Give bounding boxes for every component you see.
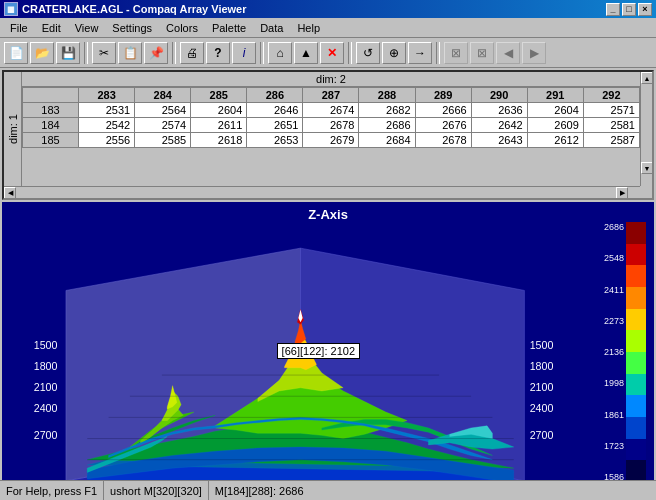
cell-183-286[interactable]: 2646 — [247, 103, 303, 118]
cell-184-283[interactable]: 2542 — [79, 118, 135, 133]
cell-185-286[interactable]: 2653 — [247, 133, 303, 148]
menu-colors[interactable]: Colors — [160, 20, 204, 36]
cell-183-292[interactable]: 2571 — [583, 103, 639, 118]
cell-184-286[interactable]: 2651 — [247, 118, 303, 133]
app-icon: ▦ — [4, 2, 18, 16]
col-286: 286 — [247, 88, 303, 103]
cell-184-292[interactable]: 2581 — [583, 118, 639, 133]
disabled-1: ⊠ — [444, 42, 468, 64]
info-button[interactable]: i — [232, 42, 256, 64]
row-183-label: 183 — [23, 103, 79, 118]
stop-button[interactable]: ✕ — [320, 42, 344, 64]
cell-185-292[interactable]: 2587 — [583, 133, 639, 148]
cell-183-289[interactable]: 2666 — [415, 103, 471, 118]
y-axis-right-1800: 1800 — [530, 360, 554, 372]
table-row: 184 2542 2574 2611 2651 2678 2686 2676 2… — [23, 118, 640, 133]
print-button[interactable]: 🖨 — [180, 42, 204, 64]
maximize-button[interactable]: □ — [622, 3, 636, 16]
close-button[interactable]: × — [638, 3, 652, 16]
minimize-button[interactable]: _ — [606, 3, 620, 16]
vertical-scrollbar[interactable]: ▲ ▼ — [640, 72, 652, 186]
window-title: CRATERLAKE.AGL - Compaq Array Viewer — [22, 3, 247, 15]
menu-file[interactable]: File — [4, 20, 34, 36]
cell-184-288[interactable]: 2686 — [359, 118, 415, 133]
toolbar-separator-3 — [260, 42, 264, 64]
cell-184-289[interactable]: 2676 — [415, 118, 471, 133]
arrow-button[interactable]: → — [408, 42, 432, 64]
rotate-button[interactable]: ↺ — [356, 42, 380, 64]
up-button[interactable]: ▲ — [294, 42, 318, 64]
col-290: 290 — [471, 88, 527, 103]
title-bar-left: ▦ CRATERLAKE.AGL - Compaq Array Viewer — [4, 2, 247, 16]
corner-cell — [23, 88, 79, 103]
title-bar-buttons[interactable]: _ □ × — [606, 3, 652, 16]
menu-data[interactable]: Data — [254, 20, 289, 36]
toolbar-separator-4 — [348, 42, 352, 64]
table-row: 185 2556 2585 2618 2653 2679 2684 2678 2… — [23, 133, 640, 148]
y-axis-2400: 2400 — [34, 402, 58, 414]
scale-label-2411: 2411 — [604, 285, 624, 295]
cell-184-290[interactable]: 2642 — [471, 118, 527, 133]
scroll-down-button[interactable]: ▼ — [641, 162, 653, 174]
col-292: 292 — [583, 88, 639, 103]
scale-label-1861: 1861 — [604, 410, 624, 420]
y-axis-right-2100: 2100 — [530, 381, 554, 393]
scale-label-2136: 2136 — [604, 347, 624, 357]
toolbar-separator-2 — [172, 42, 176, 64]
home-button[interactable]: ⌂ — [268, 42, 292, 64]
menu-settings[interactable]: Settings — [106, 20, 158, 36]
cell-185-288[interactable]: 2684 — [359, 133, 415, 148]
cell-183-288[interactable]: 2682 — [359, 103, 415, 118]
scale-label-2273: 2273 — [604, 316, 624, 326]
cell-184-287[interactable]: 2678 — [303, 118, 359, 133]
cell-183-290[interactable]: 2636 — [471, 103, 527, 118]
y-axis-right-2400: 2400 — [530, 402, 554, 414]
scroll-right-button[interactable]: ▶ — [616, 187, 628, 199]
menu-help[interactable]: Help — [291, 20, 326, 36]
color-scale — [626, 222, 646, 482]
cell-184-285[interactable]: 2611 — [191, 118, 247, 133]
cell-184-284[interactable]: 2574 — [135, 118, 191, 133]
cell-185-285[interactable]: 2618 — [191, 133, 247, 148]
cell-183-291[interactable]: 2604 — [527, 103, 583, 118]
status-help: For Help, press F1 — [0, 481, 104, 500]
y-axis-1500: 1500 — [34, 339, 58, 351]
cell-185-289[interactable]: 2678 — [415, 133, 471, 148]
chart-tooltip: [66][122]: 2102 — [277, 343, 360, 359]
cell-184-291[interactable]: 2609 — [527, 118, 583, 133]
save-button[interactable]: 💾 — [56, 42, 80, 64]
zoom-button[interactable]: ⊕ — [382, 42, 406, 64]
cell-183-285[interactable]: 2604 — [191, 103, 247, 118]
new-button[interactable]: 📄 — [4, 42, 28, 64]
menu-view[interactable]: View — [69, 20, 105, 36]
cell-183-284[interactable]: 2564 — [135, 103, 191, 118]
cell-185-284[interactable]: 2585 — [135, 133, 191, 148]
menu-edit[interactable]: Edit — [36, 20, 67, 36]
cut-button[interactable]: ✂ — [92, 42, 116, 64]
cell-183-287[interactable]: 2674 — [303, 103, 359, 118]
cell-185-290[interactable]: 2643 — [471, 133, 527, 148]
paste-button[interactable]: 📌 — [144, 42, 168, 64]
scroll-up-button[interactable]: ▲ — [641, 72, 653, 84]
forward-button: ▶ — [522, 42, 546, 64]
cell-183-283[interactable]: 2531 — [79, 103, 135, 118]
cell-185-283[interactable]: 2556 — [79, 133, 135, 148]
col-287: 287 — [303, 88, 359, 103]
copy-button[interactable]: 📋 — [118, 42, 142, 64]
scale-label-1998: 1998 — [604, 378, 624, 388]
scale-label-2548: 2548 — [604, 253, 624, 263]
horizontal-scrollbar[interactable]: ◀ ▶ — [4, 186, 640, 198]
help-button[interactable]: ? — [206, 42, 230, 64]
chart-title: Z-Axis — [2, 202, 654, 224]
cell-185-287[interactable]: 2679 — [303, 133, 359, 148]
cell-185-291[interactable]: 2612 — [527, 133, 583, 148]
open-button[interactable]: 📂 — [30, 42, 54, 64]
scroll-left-button[interactable]: ◀ — [4, 187, 16, 199]
status-datatype: ushort M[320][320] — [104, 481, 209, 500]
chart-svg: 2700 2400 2100 1800 1500 2700 2400 2100 … — [2, 227, 599, 500]
dim1-label: dim: 1 — [7, 114, 19, 144]
row-185-label: 185 — [23, 133, 79, 148]
status-bar: For Help, press F1 ushort M[320][320] M[… — [0, 480, 656, 500]
scroll-corner — [640, 186, 652, 198]
menu-palette[interactable]: Palette — [206, 20, 252, 36]
